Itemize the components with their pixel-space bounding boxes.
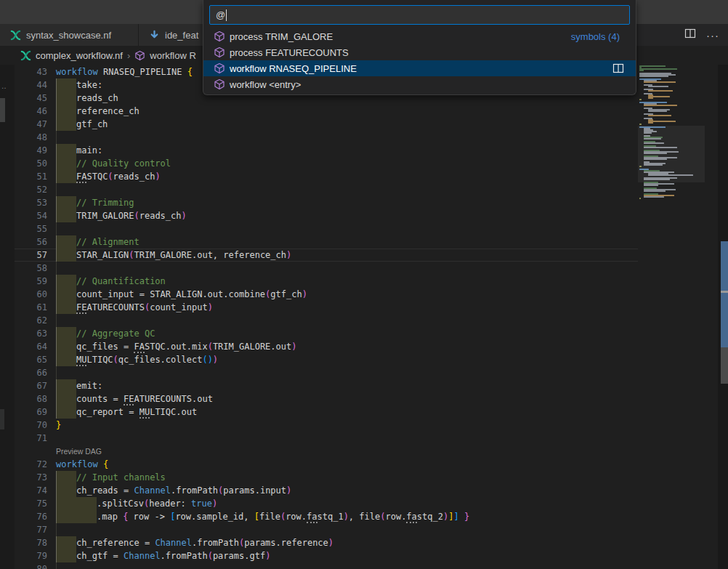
line-number: 76 (15, 510, 47, 523)
code-line[interactable]: 62 (15, 314, 638, 327)
symbols-count-badge: symbols (4) (571, 31, 628, 42)
line-number: 74 (15, 484, 47, 497)
code-line[interactable]: 52 (15, 183, 638, 196)
quick-pick-item[interactable]: workflow RNASEQ_PIPELINE (203, 60, 636, 76)
breadcrumb-file[interactable]: complex_workflow.nf (36, 50, 123, 61)
line-number: 67 (15, 379, 47, 392)
scrollbar-slider[interactable] (721, 347, 728, 384)
overflow-dots-icon: ‥ (1, 82, 7, 90)
line-number: 44 (15, 78, 47, 92)
line-number: 79 (15, 549, 47, 562)
quick-pick: @ process TRIM_GALOREsymbols (4)process … (203, 0, 636, 95)
code-line[interactable]: 76.map { row -> [row.sample_id, [file(ro… (15, 510, 638, 523)
quick-pick-list: process TRIM_GALOREsymbols (4)process FE… (203, 28, 636, 92)
line-number: 52 (15, 183, 47, 196)
quick-pick-item[interactable]: process FEATURECOUNTS (203, 44, 636, 60)
code-line[interactable]: 75.splitCsv(header: true) (15, 497, 638, 510)
nextflow-icon (20, 50, 31, 61)
code-line[interactable]: 55 (15, 222, 638, 235)
tab-label: syntax_showcase.nf (26, 30, 111, 41)
code-line[interactable]: 77 (15, 523, 638, 536)
preview-dag-codelens[interactable]: Preview DAG (15, 445, 638, 458)
code-line[interactable]: 79ch_gtf = Channel.fromPath(params.gtf) (15, 549, 638, 562)
line-number: 64 (15, 340, 47, 353)
code-line[interactable]: 73// Input channels (15, 471, 638, 484)
tab-syntax-showcase[interactable]: syntax_showcase.nf (0, 24, 139, 46)
line-number: 63 (15, 327, 47, 340)
line-number: 49 (15, 144, 47, 157)
split-editor-button[interactable] (684, 28, 696, 42)
code-line[interactable]: 46reference_ch (15, 105, 638, 118)
code-line[interactable]: 70} (15, 419, 638, 432)
scrollbar-decoration (721, 241, 728, 291)
code-line[interactable]: 56// Alignment (15, 235, 638, 249)
left-strip-marker (0, 409, 4, 429)
line-number: 54 (15, 209, 47, 222)
line-number: 57 (15, 249, 47, 262)
more-actions-button[interactable]: ··· (706, 29, 719, 41)
code-line[interactable]: 53// Trimming (15, 196, 638, 209)
symbol-cube-icon (214, 47, 225, 58)
line-number: 56 (15, 235, 47, 249)
line-number: 78 (15, 536, 47, 549)
open-to-side-button[interactable] (612, 62, 624, 74)
line-number: 61 (15, 301, 47, 314)
code-line[interactable]: 80 (15, 562, 638, 569)
quick-pick-item-label: process TRIM_GALORE (230, 31, 571, 42)
line-number: 50 (15, 157, 47, 170)
code-line[interactable]: 74ch_reads = Channel.fromPath(params.inp… (15, 484, 638, 497)
quick-pick-item-label: workflow RNASEQ_PIPELINE (230, 63, 612, 74)
code-line[interactable]: 71 (15, 432, 638, 445)
code-line[interactable]: 48 (15, 131, 638, 144)
code-line[interactable]: 50// Quality control (15, 157, 638, 170)
symbol-cube-icon (214, 78, 225, 90)
code-line[interactable]: 64qc_files = FASTQC.out.mix(TRIM_GALORE.… (15, 340, 638, 353)
tab-label: ide_feat (165, 30, 198, 41)
line-number: 66 (15, 366, 47, 379)
line-number: 43 (15, 65, 47, 78)
code-line[interactable]: 67emit: (15, 379, 638, 392)
line-number: 77 (15, 523, 47, 536)
quick-pick-item-label: workflow <entry> (230, 79, 628, 90)
line-number: 71 (15, 432, 47, 445)
symbol-cube-icon (214, 62, 225, 74)
code-line[interactable]: 78ch_reference = Channel.fromPath(params… (15, 536, 638, 549)
quick-pick-item[interactable]: process TRIM_GALOREsymbols (4) (203, 28, 636, 44)
minimap-slider[interactable] (638, 126, 705, 182)
code-line[interactable]: 59// Quantification (15, 275, 638, 288)
quick-pick-item[interactable]: workflow <entry> (203, 76, 636, 92)
minimap[interactable] (639, 65, 703, 501)
vertical-scrollbar[interactable] (718, 65, 728, 569)
code-line[interactable]: 51FASTQC(reads_ch) (15, 170, 638, 183)
line-number: 45 (15, 92, 47, 105)
code-line[interactable]: 69qc_report = MULTIQC.out (15, 405, 638, 419)
left-gutter-strip: ‥ (0, 65, 15, 569)
code-line[interactable]: 63// Aggregate QC (15, 327, 638, 340)
breadcrumb-symbol[interactable]: workflow R (150, 50, 196, 61)
quick-pick-input[interactable]: @ (209, 5, 630, 25)
code-line[interactable]: 72workflow { (15, 458, 638, 471)
nextflow-icon (10, 30, 21, 41)
code-line[interactable]: 65MULTIQC(qc_files.collect()) (15, 353, 638, 366)
code-line[interactable]: 60count_input = STAR_ALIGN.out.combine(g… (15, 288, 638, 301)
line-number: 75 (15, 497, 47, 510)
line-number: 58 (15, 262, 47, 275)
line-number: 69 (15, 405, 47, 419)
symbol-cube-icon (134, 50, 145, 61)
code-line[interactable]: 61FEATURECOUNTS(count_input) (15, 301, 638, 314)
quick-pick-item-label: process FEATURECOUNTS (230, 47, 628, 58)
code-line[interactable]: 57STAR_ALIGN(TRIM_GALORE.out, reference_… (15, 249, 638, 262)
line-number: 48 (15, 131, 47, 144)
line-number: 72 (15, 458, 47, 471)
line-number: 65 (15, 353, 47, 366)
editor-actions: ··· (684, 24, 719, 46)
code-line[interactable]: 54TRIM_GALORE(reads_ch) (15, 209, 638, 222)
code-line[interactable]: 47gtf_ch (15, 118, 638, 131)
code-line[interactable]: 49main: (15, 144, 638, 157)
code-line[interactable]: 68counts = FEATURECOUNTS.out (15, 392, 638, 405)
line-number: 62 (15, 314, 47, 327)
text-cursor (226, 9, 227, 21)
line-number: 47 (15, 118, 47, 131)
code-line[interactable]: 66 (15, 366, 638, 379)
code-line[interactable]: 58 (15, 262, 638, 275)
